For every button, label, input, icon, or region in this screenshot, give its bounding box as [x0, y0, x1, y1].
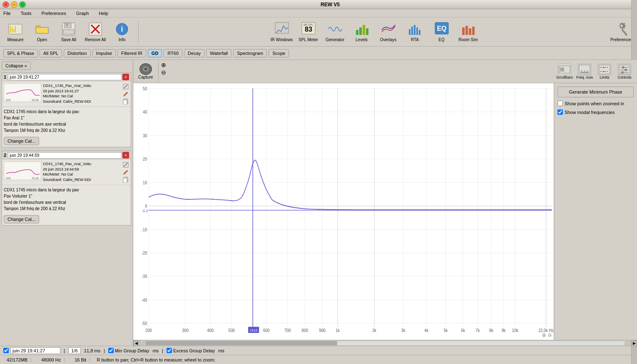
meas-1-change-cal-button[interactable]: Change Cal... [4, 137, 39, 145]
meas-2-close-button[interactable]: × [122, 152, 129, 158]
maximize-button[interactable]: □ [19, 1, 26, 8]
measure-button[interactable]: Measure [3, 20, 27, 45]
ir-windows-button[interactable]: IR Windows [270, 20, 294, 45]
tab-waterfall[interactable]: Waterfall [206, 49, 231, 57]
svg-text:1516: 1516 [250, 328, 258, 333]
meas-1-header: 1 × [2, 73, 131, 82]
tab-filtered-ir[interactable]: Filtered IR [117, 49, 146, 57]
overlays-button[interactable]: Overlays [376, 20, 401, 45]
preferences-button[interactable]: Preferences [610, 20, 634, 45]
svg-rect-25 [416, 27, 418, 35]
tab-distortion[interactable]: Distortion [64, 49, 90, 57]
overlays-icon [381, 22, 396, 37]
svg-text:-40: -40 [142, 297, 147, 302]
remove-all-button[interactable]: Remove All [83, 20, 107, 45]
meas-2-date-input[interactable] [8, 152, 122, 158]
memory-status: 42/172MB [3, 357, 31, 362]
svg-text:700: 700 [284, 328, 291, 333]
tab-spl-phase[interactable]: SPL & Phase [3, 49, 38, 57]
sample-rate-status: 48000 Hz [38, 357, 65, 362]
ms-value: 11,8 ms [84, 348, 100, 353]
info-label: Info [119, 37, 126, 42]
info-button[interactable]: i Info [110, 20, 134, 45]
svg-text:400: 400 [207, 328, 214, 333]
generator-button[interactable]: Generator [323, 20, 347, 45]
meas-1-cal: Mic/Meter: No Cal [43, 94, 121, 99]
minimize-button[interactable]: − [11, 1, 17, 8]
scroll-left-button[interactable]: ◀ [133, 340, 139, 346]
meas-2-change-cal-button[interactable]: Change Cal... [4, 215, 39, 223]
tab-rt60[interactable]: RT60 [164, 49, 182, 57]
scrollbars-button[interactable]: Scrollbars [555, 64, 574, 79]
meas-1-date2: 29 juin 2013 19:41:27 [43, 89, 121, 94]
close-button[interactable]: × [2, 1, 9, 8]
tab-gd[interactable]: GD [148, 49, 162, 57]
tab-impulse[interactable]: Impulse [92, 49, 116, 57]
zoom-in-icon[interactable]: ⊕ [160, 62, 167, 68]
collapse-button[interactable]: Collapse « [2, 62, 31, 70]
controls-button[interactable]: Controls [615, 64, 634, 79]
meas-1-edit-icon[interactable] [122, 83, 129, 90]
svg-rect-7 [66, 23, 68, 26]
meas-1-close-button[interactable]: × [122, 74, 129, 80]
rta-button[interactable]: RTA [403, 20, 427, 45]
levels-button[interactable]: Levels [350, 20, 374, 45]
svg-rect-63 [619, 65, 630, 74]
scroll-right-button[interactable]: ▶ [631, 340, 637, 346]
meas-1-name: CDX1_1745_Pav_Araï_Voitu [43, 83, 121, 89]
svg-text:-30: -30 [142, 274, 147, 279]
meas-1-bottom-label[interactable] [10, 347, 60, 354]
room-sim-button[interactable]: Room Sim [456, 20, 480, 45]
excess-group-delay-label: Excess Group Delay [173, 348, 215, 353]
tab-decay[interactable]: Decay [184, 49, 204, 57]
svg-rect-30 [465, 26, 468, 35]
menu-file[interactable]: File [2, 10, 12, 17]
limits-button[interactable]: Limits [595, 64, 614, 79]
menu-graph[interactable]: Graph [75, 10, 91, 17]
menu-help[interactable]: Help [97, 10, 110, 17]
measure-icon [8, 22, 23, 37]
svg-text:800: 800 [302, 328, 309, 333]
svg-text:900: 900 [319, 328, 326, 333]
freq-axis-button[interactable]: Freq. Axis [575, 64, 594, 79]
menu-tools[interactable]: Tools [19, 10, 33, 17]
show-modal-checkbox[interactable] [557, 109, 563, 115]
menu-preferences[interactable]: Preferences [40, 10, 67, 17]
svg-text:40: 40 [143, 110, 147, 115]
show-points-label: Show points when zoomed in [565, 101, 624, 106]
save-all-button[interactable]: Save All [57, 20, 81, 45]
min-group-delay-checkbox[interactable] [108, 348, 114, 353]
meas-2-copy-icon[interactable] [122, 176, 129, 183]
svg-text:20: 20 [143, 157, 147, 162]
meas-1-bottom-checkbox[interactable] [3, 348, 9, 353]
meas-2-body: 200 20,0k CDX1_1745_Pav_Araï_Voitu 29 ju… [2, 160, 131, 185]
meas-1-copy-icon[interactable] [122, 98, 129, 105]
spl-meter-button[interactable]: dB SPL 83 SPL Meter [296, 20, 321, 45]
svg-point-69 [621, 71, 624, 74]
h-scrollbar: ◀ ▶ [133, 340, 637, 346]
overlays-label: Overlays [380, 37, 396, 42]
meas-1-soundcard: Soundcard: Calini_REW-DDI [43, 99, 121, 104]
tab-spectrogram[interactable]: Spectrogram [233, 49, 267, 57]
eq-button[interactable]: EQ EQ [430, 20, 454, 45]
show-points-checkbox[interactable] [557, 101, 563, 106]
excess-gd-unit: ms [218, 348, 224, 353]
fraction-input[interactable] [68, 347, 81, 354]
meas-2-soundcard: Soundcard: Calini_REW-DDI [43, 177, 121, 183]
excess-group-delay-checkbox[interactable] [167, 348, 172, 353]
svg-text:20,0k: 20,0k [32, 177, 39, 180]
svg-text:-10: -10 [142, 227, 147, 232]
svg-rect-22 [409, 29, 411, 35]
generate-minimum-phase-button[interactable]: Generate Minimum Phase [557, 87, 634, 97]
meas-1-date-input[interactable] [8, 74, 122, 80]
tab-scope[interactable]: Scope [269, 49, 289, 57]
svg-rect-8 [63, 30, 74, 34]
meas-1-pencil-icon[interactable] [122, 91, 129, 97]
meas-2-pencil-icon[interactable] [122, 169, 129, 176]
scroll-thumb[interactable] [146, 341, 337, 345]
tab-all-spl[interactable]: All SPL [40, 49, 62, 57]
zoom-out-icon[interactable]: ⊖ [160, 69, 167, 76]
svg-text:7k: 7k [476, 328, 480, 333]
meas-2-edit-icon[interactable] [122, 161, 129, 168]
open-button[interactable]: Open [30, 20, 54, 45]
